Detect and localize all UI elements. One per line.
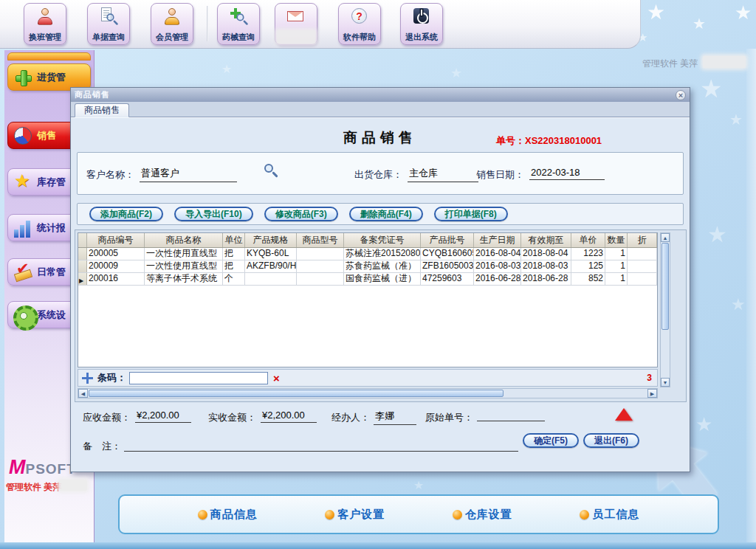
exit-button[interactable]: 退出(F6) xyxy=(583,433,639,448)
orange-dot-icon xyxy=(580,510,589,519)
column-header: 商品型号 xyxy=(297,233,344,247)
barcode-label: 条码： xyxy=(97,371,126,384)
toolbar-button-medicine-query[interactable]: 药械查询 xyxy=(217,3,260,45)
table-row[interactable]: 200005 一次性使用直线型 把 KYQB-60L 苏械注准20152080 … xyxy=(78,248,657,260)
scroll-right-icon[interactable] xyxy=(647,389,657,398)
v-scrollbar[interactable] xyxy=(660,232,670,387)
red-arrow-icon[interactable] xyxy=(615,408,633,421)
import-export-button[interactable]: 导入导出(F10) xyxy=(174,207,253,221)
dialog-title: 商品销售 xyxy=(75,89,110,100)
items-grid-region: 商品编号 商品名称 单位 产品规格 商品型号 备案凭证号 产品批号 生产日期 有… xyxy=(75,229,687,402)
star-decoration xyxy=(647,0,665,24)
scroll-up-icon[interactable] xyxy=(661,233,670,242)
table-row-selected[interactable]: 200016 等离子体手术系统 个 国食药监械（进） 47259603 2016… xyxy=(78,273,657,286)
toolbar-button-exit[interactable]: 退出系统 xyxy=(400,3,443,45)
sale-date-field[interactable]: 2022-03-18 xyxy=(529,167,605,180)
star-decoration xyxy=(700,74,722,103)
mpsoft-logo: MPSOFT xyxy=(9,456,76,479)
table-cell: 200016 xyxy=(87,273,145,285)
star-icon xyxy=(13,173,32,192)
toolbar-button-shift-management[interactable]: 换班管理 xyxy=(24,3,66,45)
customer-label: 客户名称： xyxy=(86,168,134,182)
application-window: 换班管理 单据查询 会员管理 药械查询 软件帮助 退出系统 管理软件 美萍 xyxy=(0,0,756,549)
tab-strip: 商品销售 xyxy=(71,102,690,117)
tab-sales[interactable]: 商品销售 xyxy=(75,103,129,117)
table-cell: 1223 xyxy=(571,248,605,260)
toolbar-button-document-query[interactable]: 单据查询 xyxy=(87,3,130,45)
toolbar-button-label: 软件帮助 xyxy=(339,32,380,43)
actions-panel: 添加商品(F2) 导入导出(F10) 修改商品(F3) 删除商品(F4) 打印单… xyxy=(77,203,684,225)
column-header: 备案凭证号 xyxy=(344,233,421,247)
order-number: 单号：XS220318010001 xyxy=(496,134,602,148)
table-cell: 个 xyxy=(223,273,245,285)
row-selector-header xyxy=(78,233,87,247)
star-decoration xyxy=(413,478,424,492)
footer-link-goods-info[interactable]: 商品信息 xyxy=(198,508,258,522)
original-order-field[interactable] xyxy=(477,410,545,421)
dialog-titlebar[interactable]: 商品销售 xyxy=(71,88,690,102)
orange-dot-icon xyxy=(325,510,334,519)
scroll-down-icon[interactable] xyxy=(661,378,670,387)
h-scrollbar-thumb[interactable] xyxy=(89,390,504,397)
dialog-body: 商品销售 单号：XS220318010001 客户名称： 普通客户 出货仓库： … xyxy=(71,117,690,472)
medicine-search-icon xyxy=(229,7,248,26)
close-icon[interactable] xyxy=(676,90,686,100)
toolbar: 换班管理 单据查询 会员管理 药械查询 软件帮助 退出系统 xyxy=(0,0,641,49)
footer-link-customer-settings[interactable]: 客户设置 xyxy=(325,508,385,522)
handler-field[interactable]: 李娜 xyxy=(374,410,416,425)
table-cell: 2018-08-04 xyxy=(521,248,571,260)
column-header: 商品编号 xyxy=(87,233,145,247)
star-decoration xyxy=(729,111,743,128)
footer-link-staff-info[interactable]: 员工信息 xyxy=(580,508,639,522)
table-cell: 等离子体手术系统 xyxy=(145,273,223,285)
table-cell xyxy=(245,273,297,285)
pie-chart-icon xyxy=(13,126,32,145)
add-item-button[interactable]: 添加商品(F2) xyxy=(89,207,163,221)
scroll-left-icon[interactable] xyxy=(78,389,88,398)
censored-region xyxy=(277,30,315,44)
toolbar-button-member-management[interactable]: 会员管理 xyxy=(151,3,193,45)
customer-name-field[interactable]: 普通客户 xyxy=(140,167,237,182)
move-handle-icon[interactable] xyxy=(82,373,93,384)
warehouse-field[interactable]: 主仓库 xyxy=(408,167,478,182)
row-selector xyxy=(78,248,87,260)
delete-item-button[interactable]: 删除商品(F4) xyxy=(349,207,423,221)
table-cell xyxy=(297,273,344,285)
table-cell xyxy=(628,248,657,260)
footer-link-warehouse-settings[interactable]: 仓库设置 xyxy=(453,508,512,522)
edit-item-button[interactable]: 修改商品(F3) xyxy=(264,207,338,221)
customer-search-icon[interactable] xyxy=(264,163,278,178)
top-right-brand: 管理软件 美萍 xyxy=(642,58,698,70)
barcode-input[interactable] xyxy=(129,372,268,384)
form-panel: 客户名称： 普通客户 出货仓库： 主仓库 销售日期： 2022-03-18 xyxy=(77,152,684,195)
star-decoration xyxy=(450,65,462,81)
column-header: 单价 xyxy=(571,233,605,247)
sidebar-top-bar[interactable] xyxy=(7,52,91,61)
column-header: 单位 xyxy=(223,233,245,247)
toolbar-button-censored[interactable] xyxy=(275,3,317,45)
column-header: 生产日期 xyxy=(474,233,521,247)
table-cell: 苏食药监械（准） xyxy=(344,260,421,272)
check-icon xyxy=(13,263,32,282)
table-row[interactable]: 200009 一次性使用直线型 把 AKZFB/90/H 苏食药监械（准） ZF… xyxy=(78,260,657,273)
h-scrollbar[interactable] xyxy=(78,388,658,398)
star-decoration xyxy=(693,15,706,32)
table-cell: 2016-08-03 xyxy=(474,260,521,272)
barcode-bar: 条码： 3 xyxy=(78,369,658,387)
help-icon xyxy=(350,7,369,26)
received-value: ¥2,200.00 xyxy=(261,410,317,423)
toolbar-button-help[interactable]: 软件帮助 xyxy=(338,3,381,45)
star-decoration xyxy=(731,295,746,314)
orange-dot-icon xyxy=(453,510,462,519)
table-cell: 125 xyxy=(571,260,605,272)
original-order-label: 原始单号： xyxy=(425,411,473,424)
clear-icon[interactable] xyxy=(273,373,280,384)
v-scrollbar-thumb[interactable] xyxy=(662,243,669,330)
table-cell: 2018-08-03 xyxy=(521,260,571,272)
star-decoration xyxy=(695,413,712,436)
confirm-button[interactable]: 确定(F5) xyxy=(523,433,579,448)
sales-dialog: 商品销售 商品销售 商品销售 单号：XS220318010001 客户名称： 普… xyxy=(70,87,690,472)
received-label: 实收金额： xyxy=(208,411,256,424)
print-button[interactable]: 打印单据(F8) xyxy=(434,207,508,221)
remark-field[interactable] xyxy=(124,440,518,452)
